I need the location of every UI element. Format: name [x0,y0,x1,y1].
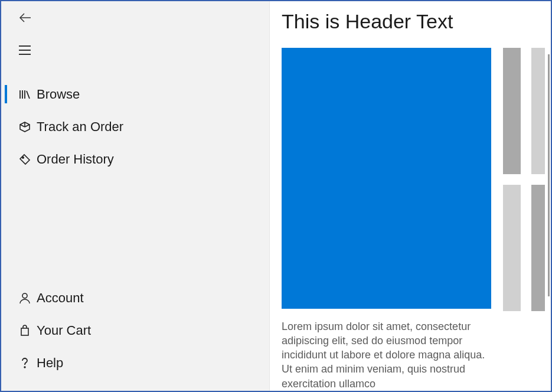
package-icon [13,120,37,133]
main-column: Lorem ipsum dolor sit amet, consectetur … [282,48,491,391]
thumbnail-placeholder[interactable] [503,185,521,311]
help-icon [13,357,37,370]
navigation-pane: Browse Track an Order Order History [1,1,270,391]
nav-item-track-order[interactable]: Track an Order [1,110,269,143]
thumbnail-placeholder[interactable] [531,48,545,174]
back-arrow-icon [18,11,32,25]
body-text: Lorem ipsum dolor sit amet, consectetur … [282,319,491,391]
nav-item-cart[interactable]: Your Cart [1,314,269,347]
page-title: This is Header Text [282,10,545,33]
svg-point-15 [24,367,25,368]
nav-item-label: Your Cart [37,323,91,338]
thumbnail-placeholder[interactable] [503,48,521,174]
cart-icon [13,324,37,337]
nav-item-label: Track an Order [37,119,123,135]
nav-item-order-history[interactable]: Order History [1,143,269,175]
nav-item-label: Browse [37,87,80,102]
svg-point-13 [22,293,27,298]
svg-point-12 [22,156,24,158]
thumbnail-placeholder[interactable] [531,185,545,311]
thumbnail-row [503,48,545,174]
person-icon [13,292,37,305]
back-button[interactable] [13,6,37,30]
hamburger-button[interactable] [13,38,37,62]
nav-items-top: Browse Track an Order Order History [1,66,269,282]
nav-item-label: Account [37,290,84,306]
nav-items-bottom: Account Your Cart Help [1,282,269,391]
hero-image-placeholder [282,48,491,309]
svg-line-11 [25,125,30,127]
nav-item-account[interactable]: Account [1,282,269,314]
thumbnail-strip [503,48,545,391]
nav-item-browse[interactable]: Browse [1,78,269,110]
thumbnail-row [503,185,545,311]
hamburger-row [1,34,269,66]
nav-item-label: Help [37,355,63,371]
svg-line-7 [27,91,30,99]
content-area: Lorem ipsum dolor sit amet, consectetur … [282,48,545,391]
svg-line-10 [20,125,25,127]
nav-item-label: Order History [37,152,114,167]
svg-rect-14 [21,328,28,335]
library-icon [13,88,37,101]
titlebar [1,1,269,34]
nav-item-help[interactable]: Help [1,347,269,379]
hamburger-icon [18,44,32,56]
tag-icon [13,153,37,166]
scrollbar[interactable] [548,54,550,296]
content-pane: This is Header Text Lorem ipsum dolor si… [270,1,551,391]
